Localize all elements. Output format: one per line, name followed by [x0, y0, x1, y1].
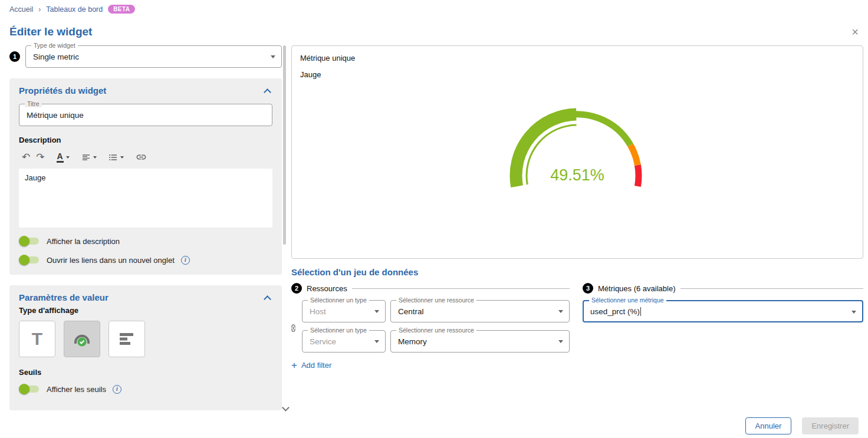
- open-links-toggle[interactable]: [19, 255, 40, 265]
- panel-scrollbar[interactable]: [283, 45, 286, 245]
- widget-type-value: Single metric: [33, 52, 79, 61]
- value-settings-section: Paramètres de valeur Type d'affichage T: [9, 285, 282, 410]
- title-field-label: Titre: [25, 100, 42, 107]
- show-description-toggle[interactable]: [19, 236, 40, 246]
- chevron-down-icon: [120, 156, 124, 159]
- chevron-down-icon: [93, 156, 97, 159]
- widget-type-label: Type de widget: [31, 42, 78, 49]
- breadcrumb-home-link[interactable]: Accueil: [9, 5, 33, 14]
- breadcrumb: Accueil › Tableaux de bord BETA: [0, 0, 868, 16]
- resource-type-select-2[interactable]: Sélectionner un type Service: [302, 330, 386, 353]
- link-icon[interactable]: [133, 150, 150, 164]
- title-field[interactable]: Titre: [19, 104, 272, 126]
- beta-badge: BETA: [108, 5, 135, 14]
- value-settings-heading: Paramètres de valeur: [19, 292, 108, 302]
- gauge-value: 49.51%: [550, 166, 604, 184]
- breadcrumb-separator: ›: [38, 5, 41, 14]
- collapse-chevron-up-icon[interactable]: [264, 295, 271, 303]
- chevron-down-icon: [66, 156, 70, 159]
- metric-select-value: used_prct (%): [590, 307, 640, 316]
- save-button[interactable]: Enregistrer: [802, 417, 859, 434]
- settings-panel: 1 Type de widget Single metric Propriété…: [9, 45, 282, 410]
- chevron-down-icon: [374, 340, 379, 343]
- description-label: Description: [19, 136, 272, 144]
- divider: [680, 288, 863, 289]
- add-filter-button[interactable]: + Add filter: [291, 360, 331, 370]
- preview-and-dataset: Métrique unique Jauge 49.51% Sélection d…: [291, 45, 863, 410]
- widget-type-select[interactable]: Type de widget Single metric: [25, 45, 282, 68]
- gauge-display-icon: [71, 330, 93, 348]
- collapse-chevron-up-icon[interactable]: [264, 88, 271, 96]
- info-icon[interactable]: i: [181, 256, 190, 265]
- undo-icon[interactable]: ↶: [19, 151, 33, 163]
- dialog-footer: Annuler Enregistrer: [745, 417, 859, 434]
- resource-type-value: Host: [310, 307, 326, 316]
- resource-type-value: Service: [310, 337, 336, 346]
- step-3-badge: 3: [583, 283, 593, 294]
- gauge-widget: 49.51%: [489, 99, 666, 204]
- resource-value: Central: [398, 307, 424, 316]
- resources-group: 2 Ressources Sélectionner un type Host: [291, 283, 570, 370]
- link-chain-icon: [289, 324, 298, 334]
- widget-preview-card: Métrique unique Jauge 49.51%: [291, 45, 863, 259]
- chevron-down-icon: [851, 311, 856, 314]
- preview-description: Jauge: [300, 70, 854, 79]
- description-textarea[interactable]: Jauge: [19, 169, 272, 228]
- metrics-label: Métriques (6 available): [598, 284, 676, 293]
- dataset-heading: Sélection d'un jeu de données: [291, 267, 863, 277]
- page-title: Éditer le widget: [0, 16, 868, 45]
- list-icon[interactable]: [106, 152, 127, 163]
- align-left-icon[interactable]: [78, 152, 100, 163]
- text-display-icon: T: [32, 329, 42, 349]
- resources-label: Ressources: [307, 284, 347, 293]
- step-2-badge: 2: [291, 283, 302, 294]
- chevron-down-icon: [558, 340, 563, 343]
- show-description-label: Afficher la description: [47, 237, 120, 246]
- add-filter-label: Add filter: [301, 361, 331, 370]
- info-icon[interactable]: i: [113, 385, 121, 394]
- show-thresholds-toggle-row: Afficher les seuils i: [19, 384, 272, 394]
- display-option-text[interactable]: T: [19, 321, 55, 357]
- metric-select[interactable]: Sélectionner une métrique used_prct (%): [583, 300, 863, 322]
- show-description-toggle-row: Afficher la description: [19, 236, 272, 246]
- font-color-icon[interactable]: A: [54, 150, 73, 164]
- text-cursor: [640, 307, 641, 316]
- display-option-bar[interactable]: [108, 321, 145, 357]
- preview-title: Métrique unique: [300, 54, 854, 62]
- breadcrumb-dashboards-link[interactable]: Tableaux de bord: [46, 5, 103, 14]
- widget-type-row: 1 Type de widget Single metric: [9, 45, 282, 68]
- gauge-chart: 49.51%: [489, 99, 666, 202]
- resource-value: Memory: [398, 337, 427, 346]
- cancel-button[interactable]: Annuler: [745, 417, 792, 434]
- resource-type-select-1[interactable]: Sélectionner un type Host: [302, 300, 386, 322]
- title-input[interactable]: [27, 111, 254, 120]
- redo-icon[interactable]: ↷: [33, 151, 47, 163]
- display-type-label: Type d'affichage: [19, 306, 272, 315]
- chevron-down-icon: [374, 310, 379, 313]
- chevron-down-icon: [271, 55, 275, 58]
- open-links-label: Ouvrir les liens dans un nouvel onglet: [47, 256, 175, 265]
- show-thresholds-label: Afficher les seuils: [47, 385, 106, 394]
- resource-label: Sélectionner une ressource: [396, 297, 476, 304]
- description-toolbar: ↶ ↷ A: [19, 150, 272, 164]
- resource-type-label: Sélectionner un type: [308, 297, 369, 304]
- widget-properties-section: Propriétés du widget Titre Description ↶…: [9, 78, 282, 275]
- metric-select-label: Sélectionner une métrique: [589, 297, 666, 304]
- open-links-toggle-row: Ouvrir les liens dans un nouvel onglet i: [19, 255, 272, 265]
- show-thresholds-toggle[interactable]: [19, 384, 40, 394]
- scroll-down-chevron-icon[interactable]: [282, 404, 290, 411]
- plus-icon: +: [291, 360, 297, 370]
- resource-select-2[interactable]: Sélectionner une ressource Memory: [390, 330, 570, 353]
- resource-type-label: Sélectionner un type: [308, 327, 369, 334]
- editor-content: 1 Type de widget Single metric Propriété…: [0, 45, 868, 410]
- resource-select-1[interactable]: Sélectionner une ressource Central: [390, 300, 570, 322]
- resource-filter-row: Sélectionner un type Service Sélectionne…: [302, 330, 570, 353]
- display-option-gauge[interactable]: [64, 321, 100, 357]
- resource-label: Sélectionner une ressource: [396, 327, 476, 334]
- step-1-badge: 1: [9, 51, 20, 62]
- close-icon[interactable]: ×: [851, 26, 859, 38]
- widget-properties-heading: Propriétés du widget: [19, 85, 106, 95]
- divider: [352, 288, 570, 289]
- display-type-options: T: [19, 321, 272, 357]
- metrics-group: 3 Métriques (6 available) Sélectionner u…: [583, 283, 863, 370]
